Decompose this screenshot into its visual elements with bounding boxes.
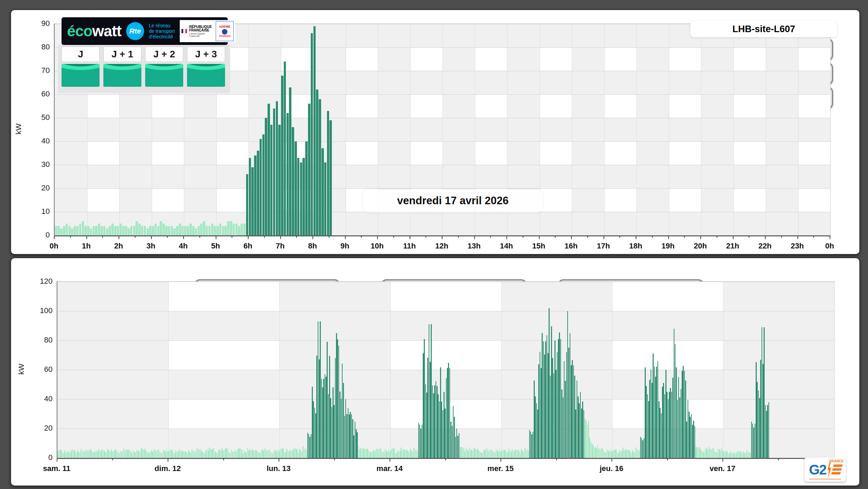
power-bar — [129, 450, 130, 458]
power-bar — [196, 448, 197, 458]
power-bar — [694, 426, 696, 458]
power-bar — [379, 449, 380, 458]
power-bar — [334, 405, 335, 458]
power-bar — [603, 451, 604, 458]
forecast-tile-J+2[interactable]: J + 2 — [145, 47, 183, 87]
power-bar — [429, 324, 430, 458]
grid-vline — [636, 24, 637, 235]
power-bar — [478, 450, 479, 458]
power-bar — [681, 389, 682, 458]
rf-line: FRANÇAISE — [189, 29, 214, 32]
power-bar — [551, 326, 552, 458]
g2e-g2-text: G2 — [809, 462, 826, 478]
power-bar — [82, 451, 83, 458]
grid-vline — [734, 24, 734, 235]
power-bar — [675, 344, 676, 458]
ecowatt-wordmark: écowatt — [67, 22, 121, 40]
x-axis-tick — [501, 459, 501, 462]
power-bar — [728, 453, 729, 458]
power-bar — [538, 364, 539, 458]
x-axis-label: 16h — [564, 242, 578, 251]
power-bar — [224, 450, 225, 458]
power-bar — [237, 450, 238, 458]
power-bar — [552, 358, 553, 458]
power-bar — [614, 450, 615, 458]
power-bar — [82, 221, 84, 235]
power-bar — [629, 451, 631, 458]
power-bar — [343, 383, 344, 458]
power-bar — [349, 414, 350, 458]
power-bar — [748, 452, 749, 458]
power-bar — [362, 450, 363, 458]
x-axis-tick — [86, 236, 87, 239]
power-bar — [141, 448, 142, 458]
power-bar — [293, 449, 294, 458]
forecast-tile-J+1[interactable]: J + 1 — [103, 47, 141, 87]
power-bar — [462, 447, 463, 458]
power-bar — [130, 451, 131, 458]
plot-band-cell — [57, 282, 168, 311]
power-bar — [572, 360, 573, 458]
power-bar — [264, 448, 265, 458]
x-axis-label: 15h — [532, 242, 545, 251]
power-bar — [327, 111, 329, 235]
power-bar — [81, 449, 82, 458]
power-bar — [682, 371, 683, 458]
power-bar — [246, 452, 247, 458]
power-bar — [610, 449, 611, 458]
power-bar — [133, 226, 136, 235]
x-axis-label: 21h — [726, 242, 739, 251]
power-bar — [208, 226, 211, 235]
power-bar — [685, 380, 686, 458]
power-bar — [483, 450, 484, 458]
forecast-tile-J+3[interactable]: J + 3 — [187, 47, 225, 87]
power-bar — [136, 221, 138, 235]
power-bar — [757, 382, 758, 458]
power-bar — [195, 452, 196, 458]
plot-band-cell — [766, 188, 798, 212]
power-bar — [566, 352, 567, 458]
y-axis-label: 80 — [26, 43, 50, 51]
weekly-plot-area[interactable] — [57, 281, 834, 459]
power-bar — [516, 450, 517, 458]
power-bar — [424, 339, 425, 458]
power-bar — [260, 453, 261, 458]
plot-band-cell — [184, 141, 216, 165]
power-bar — [105, 452, 106, 458]
forecast-tile-label: J + 1 — [103, 47, 141, 62]
forecast-tile-J[interactable]: J — [62, 47, 100, 87]
plot-band-cell — [701, 141, 734, 165]
power-bar — [638, 449, 639, 458]
power-bar — [144, 449, 145, 458]
power-bar — [171, 450, 172, 458]
power-bar — [460, 447, 461, 458]
power-bar — [533, 432, 534, 458]
power-bar — [174, 453, 175, 458]
power-bar — [394, 449, 395, 458]
power-bar — [323, 379, 324, 458]
power-bar — [95, 226, 97, 235]
power-bar — [278, 125, 281, 235]
power-bar — [536, 403, 537, 458]
power-bar — [324, 162, 327, 235]
power-bar — [639, 451, 640, 458]
power-bar — [63, 226, 65, 235]
power-bar — [262, 134, 265, 235]
power-bar — [222, 448, 223, 458]
power-bar — [425, 384, 426, 458]
power-bar — [98, 449, 99, 458]
power-bar — [156, 451, 157, 458]
power-bar — [359, 449, 360, 458]
power-bar — [423, 353, 424, 458]
power-bar — [587, 425, 588, 458]
power-bar — [115, 450, 116, 458]
plot-band — [57, 311, 834, 340]
power-bar — [141, 226, 143, 235]
power-bar — [157, 450, 158, 458]
power-bar — [187, 226, 189, 235]
power-bar — [767, 405, 768, 458]
forecast-tile-label: J + 3 — [187, 47, 225, 62]
power-bar — [287, 113, 289, 235]
power-bar — [281, 449, 282, 458]
power-bar — [302, 446, 304, 458]
